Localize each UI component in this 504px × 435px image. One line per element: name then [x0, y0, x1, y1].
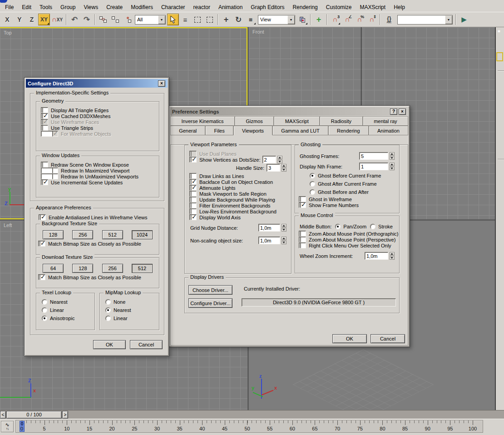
- checkbox-attenuate-lights[interactable]: [191, 185, 197, 191]
- menu-edit[interactable]: Edit: [18, 4, 35, 10]
- rectangular-selection-region-button[interactable]: [192, 14, 203, 25]
- checkbox-right-click-menu-over-selected-only[interactable]: [300, 242, 306, 248]
- tab-viewports[interactable]: Viewports: [233, 126, 272, 135]
- texture-size-button-256[interactable]: 256: [72, 230, 93, 239]
- select-and-link-button[interactable]: [97, 14, 109, 25]
- value-field[interactable]: 1,0m: [258, 224, 280, 232]
- spin-up-button[interactable]: [282, 237, 287, 240]
- value-field[interactable]: 5: [359, 152, 388, 160]
- checkbox-enable-antialiased-lines-in-wireframe-views[interactable]: [40, 214, 46, 220]
- configure-dialog-titlebar[interactable]: Configure Direct3D ×: [26, 79, 168, 88]
- unlink-selection-button[interactable]: [109, 14, 121, 25]
- menu-character[interactable]: Character: [157, 4, 189, 10]
- checkbox-match-bitmap-size-as-closely-as-possible[interactable]: [40, 274, 45, 280]
- radio-stroke[interactable]: [370, 224, 376, 229]
- menu-help[interactable]: Help: [390, 4, 409, 10]
- select-and-manipulate-button[interactable]: +: [313, 14, 325, 25]
- spin-down-button[interactable]: [282, 228, 287, 232]
- configure-ok-button[interactable]: OK: [93, 340, 126, 349]
- preference-cancel-button[interactable]: Cancel: [371, 334, 405, 343]
- spin-up-button[interactable]: [390, 152, 395, 156]
- menu-animation[interactable]: Animation: [214, 4, 247, 10]
- dropdown-arrow-icon[interactable]: ▼: [158, 15, 165, 24]
- previous-frame-button[interactable]: <: [0, 411, 6, 419]
- radio-ghost-after-current-frame[interactable]: [310, 181, 315, 187]
- checkbox-update-background-while-playing[interactable]: [191, 197, 197, 203]
- checkbox-redraw-in-maximized-viewport[interactable]: [52, 168, 58, 173]
- checkbox-zoom-about-mouse-point-orthographic[interactable]: [300, 231, 306, 237]
- configure-driver-button[interactable]: Configure Driver...: [188, 298, 232, 308]
- help-button[interactable]: ?: [390, 109, 397, 115]
- tab-animation[interactable]: Animation: [369, 126, 408, 135]
- reference-coordinate-system-dropdown[interactable]: View ▼: [258, 15, 295, 25]
- texture-size-button-256[interactable]: 256: [102, 264, 123, 273]
- spin-down-button[interactable]: [277, 160, 282, 163]
- menu-graph-editors[interactable]: Graph Editors: [247, 4, 288, 10]
- spin-down-button[interactable]: [390, 156, 395, 160]
- texture-size-button-128[interactable]: 128: [72, 264, 93, 273]
- angle-snap-toggle-button[interactable]: ∩∠: [341, 14, 353, 25]
- time-slider-thumb[interactable]: 0 / 100: [6, 411, 62, 419]
- menu-reactor[interactable]: reactor: [189, 4, 214, 10]
- radio-none[interactable]: [105, 299, 111, 305]
- spin-up-button[interactable]: [390, 252, 395, 256]
- snap-toggle-button[interactable]: ∩3: [329, 14, 341, 25]
- checkbox-redraw-in-unmaximized-viewports[interactable]: [52, 173, 58, 179]
- select-by-name-button[interactable]: ≡: [179, 14, 191, 25]
- select-and-scale-button[interactable]: ■: [245, 14, 257, 25]
- menu-views[interactable]: Views: [79, 4, 102, 10]
- next-frame-button[interactable]: >: [62, 411, 68, 419]
- preference-ok-button[interactable]: OK: [332, 334, 367, 343]
- texture-size-button-128[interactable]: 128: [43, 230, 64, 239]
- value-field[interactable]: 3: [267, 164, 280, 172]
- frame-ruler[interactable]: 0 05101520253035404550556065707580859095…: [15, 420, 483, 433]
- radio-pan-zoom[interactable]: [335, 224, 341, 229]
- spin-down-button[interactable]: [282, 168, 287, 172]
- radio-nearest[interactable]: [105, 307, 111, 313]
- select-object-button[interactable]: [167, 14, 179, 25]
- checkbox-show-vertices-as-dots[interactable]: [191, 157, 197, 163]
- tab-mental-ray[interactable]: mental ray: [363, 116, 408, 126]
- spin-down-button[interactable]: [390, 167, 395, 170]
- menu-maxscript[interactable]: MAXScript: [356, 4, 390, 10]
- checkbox-zoom-about-mouse-point-perspective[interactable]: [300, 237, 306, 242]
- texture-size-button-1024[interactable]: 1024: [132, 230, 153, 239]
- tab-inverse-kinematics[interactable]: Inverse Kinematics: [170, 116, 235, 126]
- mirror-button[interactable]: ▶: [458, 14, 470, 25]
- bind-to-space-warp-button[interactable]: [122, 14, 133, 25]
- menu-file[interactable]: File: [1, 4, 18, 10]
- restrict-z-button[interactable]: Z: [26, 14, 38, 25]
- texture-size-button-64[interactable]: 64: [43, 264, 64, 273]
- spin-up-button[interactable]: [282, 224, 287, 227]
- radio-linear[interactable]: [42, 307, 47, 313]
- radio-nearest[interactable]: [42, 299, 47, 305]
- select-and-rotate-button[interactable]: ↻: [232, 14, 244, 25]
- selection-filter-dropdown[interactable]: All ▼: [135, 15, 166, 25]
- texture-size-button-512[interactable]: 512: [102, 230, 123, 239]
- spinner-snap-toggle-button[interactable]: ∩⇕: [366, 14, 378, 25]
- restrict-xy-plane-button[interactable]: XY: [38, 14, 50, 25]
- configure-cancel-button[interactable]: Cancel: [130, 340, 163, 349]
- named-selection-dropdown[interactable]: ▼: [397, 15, 453, 25]
- restrict-y-button[interactable]: Y: [14, 14, 25, 25]
- tab-gamma-and-lut[interactable]: Gamma and LUT: [272, 126, 328, 135]
- redo-button[interactable]: ↷: [81, 14, 93, 25]
- select-and-move-button[interactable]: +: [220, 14, 232, 25]
- tab-rendering[interactable]: Rendering: [328, 126, 369, 135]
- spin-down-button[interactable]: [390, 256, 395, 260]
- checkbox-show-frame-numbers[interactable]: [300, 202, 306, 208]
- texture-size-button-512[interactable]: 512: [132, 264, 153, 273]
- value-field[interactable]: 1,0m: [258, 237, 280, 244]
- open-mini-curve-editor-button[interactable]: ∿ ↑↓: [1, 421, 14, 432]
- checkbox-match-bitmap-size-as-closely-as-possible[interactable]: [40, 241, 45, 247]
- use-center-button[interactable]: [296, 14, 308, 25]
- checkbox-display-world-axis[interactable]: [191, 214, 197, 220]
- spin-up-button[interactable]: [277, 156, 282, 159]
- value-field[interactable]: 2: [262, 156, 276, 163]
- radio-ghost-before-and-after[interactable]: [310, 189, 315, 195]
- menu-customize[interactable]: Customize: [322, 4, 356, 10]
- dropdown-arrow-icon[interactable]: ▼: [287, 15, 295, 24]
- checkbox-use-triangle-strips[interactable]: [42, 125, 48, 131]
- choose-driver-button[interactable]: Choose Driver...: [188, 285, 232, 295]
- checkbox-mask-viewport-to-safe-region[interactable]: [191, 191, 197, 197]
